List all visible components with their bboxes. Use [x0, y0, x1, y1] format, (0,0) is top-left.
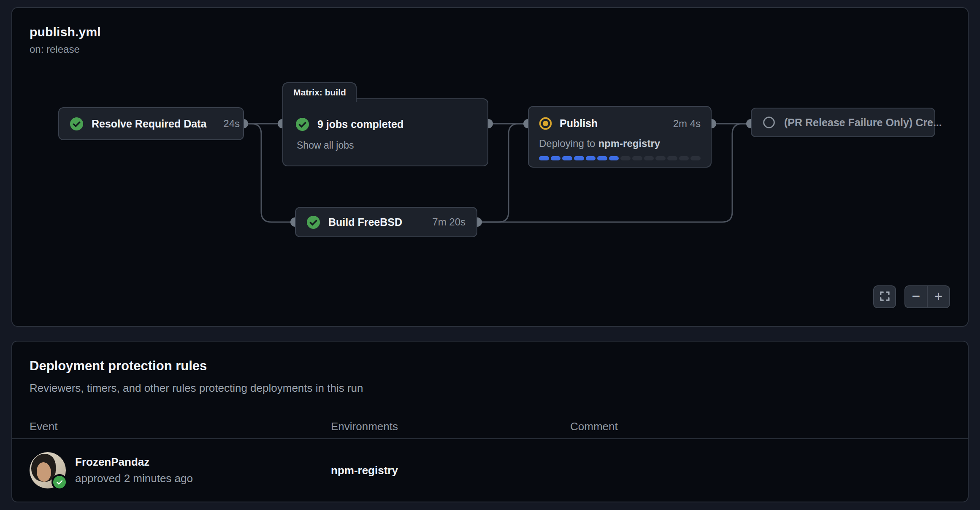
- environment-cell[interactable]: npm-registry: [331, 464, 570, 477]
- progress-segment: [690, 156, 701, 160]
- node-row: Resolve Required Data 24s: [59, 108, 243, 139]
- progress-segment: [574, 156, 584, 160]
- workflow-header: publish.yml on: release: [30, 25, 101, 55]
- table-row: FrozenPandaz approved 2 minutes ago npm-…: [12, 439, 968, 502]
- matrix-jobs-label: 9 jobs completed: [317, 118, 403, 130]
- deploy-environment: npm-registry: [598, 138, 660, 149]
- approval-status-text: approved 2 minutes ago: [75, 472, 193, 485]
- progress-segment: [667, 156, 677, 160]
- deploy-status-line: Deploying tonpm-registry: [539, 138, 701, 149]
- node-label: Publish: [560, 117, 598, 130]
- node-label: Resolve Required Data: [92, 118, 206, 130]
- column-header-environments: Environments: [331, 420, 570, 433]
- workflow-title: publish.yml: [30, 25, 101, 39]
- progress-segment: [609, 156, 619, 160]
- workflow-graph-panel: publish.yml on: release Resolve Required…: [11, 7, 969, 327]
- progress-segment: [655, 156, 666, 160]
- in-progress-icon: [539, 117, 552, 130]
- node-label: (PR Release Failure Only) Cre...: [784, 117, 942, 129]
- node-duration: 7m 20s: [424, 216, 466, 228]
- node-label: Build FreeBSD: [328, 216, 402, 228]
- success-check-icon: [70, 117, 83, 130]
- pending-circle-icon: [763, 116, 776, 129]
- matrix-summary-row: 9 jobs completed: [296, 118, 403, 131]
- node-row: (PR Release Failure Only) Cre...: [752, 109, 934, 136]
- node-resolve-required-data[interactable]: Resolve Required Data 24s: [58, 107, 244, 140]
- event-cell: FrozenPandaz approved 2 minutes ago: [30, 452, 331, 488]
- matrix-group-tab[interactable]: Matrix: build: [282, 82, 357, 102]
- deploy-progress-bar: [539, 156, 701, 160]
- rules-table-header: Event Environments Comment: [12, 420, 968, 433]
- zoom-in-button[interactable]: +: [927, 286, 949, 307]
- node-row: Publish 2m 4s: [539, 117, 701, 130]
- fullscreen-icon: [879, 290, 891, 303]
- avatar[interactable]: [30, 452, 66, 488]
- node-row: Build FreeBSD 7m 20s: [296, 208, 476, 236]
- progress-segment: [679, 156, 689, 160]
- graph-edges: [12, 8, 968, 326]
- progress-segment: [644, 156, 654, 160]
- node-duration: 2m 4s: [665, 118, 701, 130]
- deploy-prefix: Deploying to: [539, 138, 595, 149]
- success-check-icon: [307, 216, 320, 229]
- column-header-comment: Comment: [570, 420, 968, 433]
- progress-segment: [620, 156, 631, 160]
- node-publish[interactable]: Publish 2m 4s Deploying tonpm-registry: [528, 106, 712, 168]
- graph-controls: − +: [873, 285, 950, 308]
- node-duration: 24s: [215, 118, 240, 130]
- node-matrix-build[interactable]: 9 jobs completed Show all jobs: [282, 98, 488, 166]
- workflow-trigger: on: release: [30, 43, 101, 55]
- rules-title: Deployment protection rules: [30, 358, 207, 374]
- progress-segment: [539, 156, 549, 160]
- zoom-out-button[interactable]: −: [905, 286, 927, 307]
- column-header-event: Event: [30, 420, 331, 433]
- progress-segment: [551, 156, 561, 160]
- event-text: FrozenPandaz approved 2 minutes ago: [75, 456, 193, 485]
- success-check-icon: [296, 118, 309, 131]
- node-pr-release-failure[interactable]: (PR Release Failure Only) Cre...: [751, 108, 935, 137]
- fullscreen-button[interactable]: [873, 285, 896, 308]
- show-all-jobs-link[interactable]: Show all jobs: [297, 140, 354, 151]
- progress-segment: [562, 156, 572, 160]
- progress-segment: [597, 156, 607, 160]
- deployment-protection-rules-panel: Deployment protection rules Reviewers, t…: [11, 341, 969, 502]
- rules-subtitle: Reviewers, timers, and other rules prote…: [30, 382, 363, 395]
- user-name-link[interactable]: FrozenPandaz: [75, 456, 193, 469]
- matrix-tab-label: Matrix: build: [293, 87, 346, 98]
- approved-badge-icon: [51, 474, 68, 490]
- progress-segment: [586, 156, 596, 160]
- node-build-freebsd[interactable]: Build FreeBSD 7m 20s: [295, 207, 477, 237]
- progress-segment: [632, 156, 642, 160]
- zoom-control: − +: [904, 285, 950, 308]
